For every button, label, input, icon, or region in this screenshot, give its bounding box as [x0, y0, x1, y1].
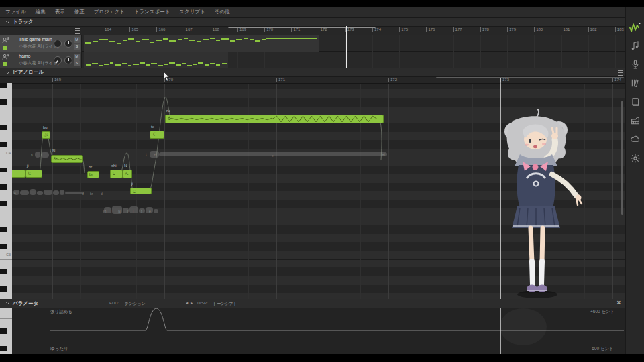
track-row[interactable]: This game main小春六花 AI (ライト)MS	[0, 35, 625, 52]
clip-note-segment	[222, 63, 227, 64]
track-header[interactable]: This game main小春六花 AI (ライト)MS	[0, 35, 82, 52]
note[interactable]: じ	[25, 170, 42, 178]
clip-note-segment	[122, 63, 127, 64]
solo-button[interactable]: S	[74, 44, 80, 50]
pan-knob[interactable]	[64, 56, 72, 64]
volume-knob[interactable]	[54, 56, 62, 64]
clip-note-segment	[142, 39, 149, 40]
track-clip-area[interactable]	[82, 35, 625, 52]
measure-gridline	[534, 35, 535, 52]
clip-region[interactable]	[84, 52, 228, 68]
note[interactable]: し	[110, 170, 123, 178]
clip-note-segment	[151, 63, 157, 64]
white-key-divider	[0, 217, 12, 217]
black-key[interactable]	[0, 142, 7, 147]
black-key[interactable]	[0, 328, 7, 334]
right-sidebar	[625, 7, 644, 354]
black-key[interactable]	[0, 99, 7, 105]
measure-gridline	[399, 35, 400, 52]
chevron-down-icon[interactable]	[5, 20, 10, 25]
black-key[interactable]	[0, 244, 7, 249]
black-key[interactable]	[0, 184, 7, 190]
measure-gridline	[534, 52, 535, 68]
menu-file[interactable]: ファイル	[5, 9, 26, 15]
track-measure-label: 171	[291, 27, 300, 32]
note[interactable]: ん	[123, 170, 132, 178]
disp-parameter-value[interactable]: トーンシフト	[213, 301, 237, 307]
edit-label: EDIT:	[109, 301, 119, 305]
parameter-max-value: +600 セント	[590, 309, 614, 315]
note[interactable]: て	[150, 131, 164, 139]
black-key[interactable]	[0, 269, 7, 275]
clip-note-segment	[110, 62, 113, 64]
track-playhead[interactable]	[346, 26, 347, 68]
prev-param-button[interactable]: ◂	[186, 300, 188, 306]
close-parameter-panel-button[interactable]: ✕	[616, 300, 621, 306]
track-header[interactable]: hamo小春六花 AI (ライト)MS	[0, 52, 82, 68]
menu-others[interactable]: その他	[215, 9, 230, 15]
track-measure-label: 178	[480, 27, 489, 32]
track-measure-label: 177	[453, 27, 462, 32]
track-color-chip	[3, 62, 7, 66]
track-row[interactable]: hamo小春六花 AI (ライト)MS	[0, 52, 625, 68]
cloud-icon[interactable]	[630, 134, 641, 145]
clip-note-segment	[85, 42, 91, 44]
black-key[interactable]	[0, 168, 7, 173]
next-param-button[interactable]: ▸	[191, 300, 193, 306]
track-measure-label: 180	[534, 27, 543, 32]
track-panel-header: トラック	[0, 18, 644, 27]
note[interactable]: わ	[12, 170, 25, 178]
track-measure-label: 175	[399, 27, 408, 32]
pan-knob[interactable]	[64, 40, 72, 48]
menu-edit[interactable]: 編集	[36, 9, 46, 15]
track-list-menu-button[interactable]	[75, 28, 80, 34]
track-panel-title: トラック	[13, 19, 34, 25]
menu-transport[interactable]: トランスポート	[134, 9, 170, 15]
clip-note-segment	[236, 39, 242, 40]
menu-script[interactable]: スクリプト	[179, 9, 205, 15]
chevron-down-icon[interactable]	[5, 301, 10, 306]
voisona-logo	[629, 21, 642, 34]
track-color-chip	[3, 46, 7, 50]
measure-gridline	[507, 35, 508, 52]
black-key[interactable]	[0, 227, 7, 232]
track-clip-area[interactable]	[82, 52, 625, 68]
clip-note-segment	[163, 38, 168, 40]
music-note-icon[interactable]	[630, 40, 641, 51]
edit-parameter-value[interactable]: テンション	[125, 301, 146, 307]
pianoroll-menu-button[interactable]	[618, 70, 623, 76]
menu-view[interactable]: 表示	[55, 9, 65, 15]
menu-project[interactable]: プロジェクト	[94, 9, 125, 15]
settings-icon[interactable]	[630, 153, 641, 164]
clip-note-segment	[169, 62, 175, 64]
measure-gridline	[319, 52, 319, 68]
microphone-icon[interactable]	[630, 59, 641, 70]
menu-correct[interactable]: 修正	[74, 9, 85, 15]
volume-knob[interactable]	[54, 40, 62, 48]
black-key[interactable]	[0, 125, 7, 130]
black-key[interactable]	[0, 346, 7, 351]
note-lyric-label: ji	[27, 164, 29, 168]
white-key-divider	[0, 158, 12, 158]
note[interactable]: じ	[130, 188, 152, 194]
piano-icon[interactable]	[630, 115, 641, 126]
mute-button[interactable]: M	[74, 54, 80, 60]
note[interactable]: br	[87, 171, 99, 178]
track-measure-label: 169	[237, 27, 246, 32]
solo-button[interactable]: S	[74, 60, 80, 66]
songbook-icon[interactable]	[630, 97, 641, 107]
piano-keyboard[interactable]: C4C3	[0, 83, 12, 354]
measure-gridline	[399, 52, 400, 68]
white-key-divider	[0, 115, 12, 115]
mute-button[interactable]: M	[74, 37, 80, 43]
note-lyric-label: ji	[131, 182, 133, 186]
clip-note-segment	[99, 65, 103, 66]
measure-gridline	[615, 35, 616, 52]
black-key[interactable]	[0, 201, 7, 206]
chevron-down-icon[interactable]	[5, 70, 10, 75]
black-key[interactable]	[0, 286, 7, 292]
black-key[interactable]	[0, 83, 7, 88]
clip-note-segment	[244, 38, 248, 39]
note[interactable]: ぶ	[42, 131, 50, 139]
library-icon[interactable]	[630, 78, 641, 88]
